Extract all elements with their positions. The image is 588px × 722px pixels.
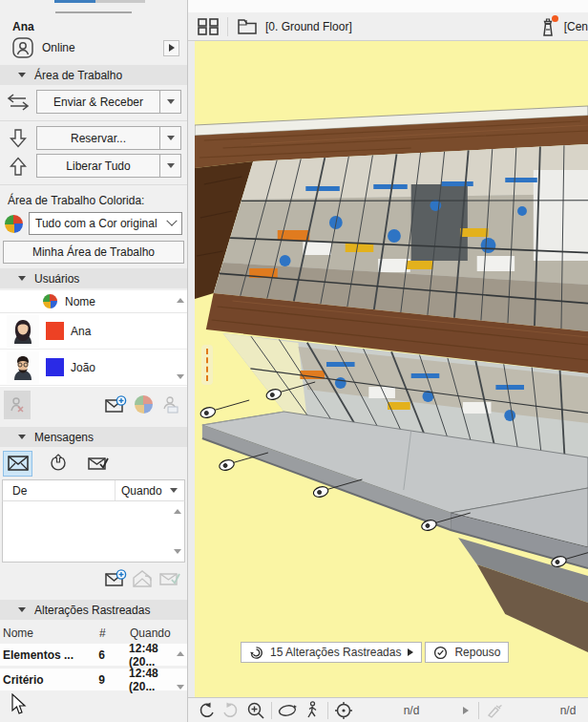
color-wheel-icon <box>43 294 57 308</box>
next-view-button[interactable] <box>219 700 243 721</box>
share-up-icon <box>49 454 68 473</box>
color-wheel-icon <box>135 395 153 414</box>
divider <box>0 120 187 121</box>
reserve-dropdown[interactable] <box>159 127 180 149</box>
collapse-triangle-icon <box>18 73 26 77</box>
3d-viewport[interactable]: 15 Alterações Rastreadas Repouso <box>188 41 588 697</box>
user-status: Online <box>42 41 156 54</box>
changes-scrollbar[interactable] <box>174 644 186 697</box>
name-column-header[interactable]: Nome <box>0 626 99 640</box>
when-column-header[interactable]: Quando <box>116 484 184 498</box>
scroll-down-icon[interactable] <box>177 374 184 379</box>
scroll-down-icon[interactable] <box>177 685 184 690</box>
right-arrow-icon <box>169 44 175 52</box>
reply-message-button[interactable] <box>130 564 157 593</box>
section-header-users[interactable]: Usuários <box>0 268 187 288</box>
change-row[interactable]: Critério 9 12:48 (20... <box>0 669 187 690</box>
messages-scrollbar[interactable] <box>171 501 183 562</box>
message-list[interactable] <box>2 501 185 563</box>
messages-toolbar <box>0 563 187 595</box>
tracked-changes-indicator[interactable]: 15 Alterações Rastreadas <box>241 642 422 663</box>
send-receive-dropdown[interactable] <box>159 91 180 113</box>
new-message-button[interactable] <box>103 564 130 593</box>
user-details-button[interactable] <box>157 391 183 419</box>
divider <box>327 702 328 719</box>
users-scrollbar[interactable] <box>174 290 186 387</box>
my-workspace-button[interactable]: Minha Área de Trabalho <box>3 241 184 264</box>
divider <box>478 702 479 719</box>
teamwork-palette: Ana Online Área de Trabalho Enviar & Rec… <box>0 0 188 722</box>
tasks-tab[interactable] <box>83 451 113 477</box>
section-header-workspace[interactable]: Área de Trabalho <box>0 65 187 85</box>
section-header-messages[interactable]: Mensagens <box>0 427 187 447</box>
view-layout-button[interactable] <box>196 16 220 37</box>
archicad-window: Ana Online Área de Trabalho Enviar & Rec… <box>0 0 588 722</box>
expand-arrow-icon[interactable] <box>463 707 469 714</box>
user-row-joao[interactable]: João <box>0 350 187 386</box>
users-section-title: Usuários <box>34 272 79 286</box>
send-receive-button[interactable]: Enviar & Receber <box>37 91 159 113</box>
notification-dot <box>552 15 558 22</box>
user-colors-button[interactable] <box>130 391 157 419</box>
user-row-name: Ana <box>71 325 91 338</box>
reserve-down-arrow-icon <box>6 127 31 150</box>
count-column-header[interactable]: # <box>99 626 130 640</box>
users-name-header[interactable]: Nome <box>65 295 95 308</box>
building-model <box>195 41 588 697</box>
active-view-tab[interactable]: [0. Ground Floor] <box>265 20 352 33</box>
scroll-down-icon[interactable] <box>174 549 181 554</box>
new-message-to-user-button[interactable] <box>103 391 130 419</box>
main-area: [0. Ground Floor] [Cen <box>188 0 588 722</box>
release-all-dropdown[interactable] <box>159 155 180 177</box>
idle-indicator[interactable]: Repouso <box>425 642 509 663</box>
walk-button[interactable] <box>300 700 325 721</box>
pen-set-field[interactable]: n/d <box>537 704 588 717</box>
users-toolbar <box>0 387 187 422</box>
messages-section-title: Mensagens <box>34 431 94 444</box>
messages-table-header: De Quando <box>2 479 185 501</box>
workspace-color-select[interactable]: Tudo com a Cor original <box>29 212 182 235</box>
status-expand-button[interactable] <box>163 40 179 56</box>
collapse-triangle-icon <box>18 607 26 612</box>
expand-arrow-icon <box>408 648 413 656</box>
sent-tab[interactable] <box>43 451 73 477</box>
user-status-icon <box>11 36 34 59</box>
user-color-swatch <box>46 358 64 376</box>
user-name: Ana <box>0 17 187 35</box>
release-up-arrow-icon <box>6 155 31 178</box>
scroll-up-icon[interactable] <box>177 651 184 656</box>
previous-view-button[interactable] <box>194 700 219 721</box>
change-row[interactable]: Elementos ... 6 12:48 (20... <box>0 644 187 666</box>
release-all-button[interactable]: Liberar Tudo <box>37 155 159 177</box>
palette-grip[interactable] <box>55 11 132 13</box>
divider <box>0 184 187 185</box>
changes-section-title: Alterações Rastreadas <box>34 604 150 617</box>
section-header-changes[interactable]: Alterações Rastreadas <box>0 600 187 620</box>
colored-workspace-label: Área de Trabalho Colorida: <box>0 186 187 209</box>
collapse-triangle-icon <box>18 276 26 281</box>
reserve-button[interactable]: Reservar... <box>37 127 159 149</box>
project-tab-icon[interactable] <box>537 16 558 37</box>
zoom-in-button[interactable] <box>243 700 268 721</box>
dropdown-arrow-icon <box>167 136 175 140</box>
window-chrome-sliver <box>188 0 588 12</box>
zoom-level-field[interactable]: n/d <box>381 704 469 717</box>
viewport-status-bar: 15 Alterações Rastreadas Repouso <box>241 642 509 663</box>
complete-message-button[interactable] <box>157 564 183 593</box>
scroll-up-icon[interactable] <box>177 298 184 303</box>
zoom-fit-button[interactable] <box>331 700 356 721</box>
avatar-joao <box>7 351 39 384</box>
scroll-up-icon[interactable] <box>174 509 181 514</box>
user-row-name: João <box>71 361 95 374</box>
secondary-view-tab[interactable]: [Cen <box>564 20 588 33</box>
user-row-ana[interactable]: Ana <box>0 313 187 350</box>
when-column-header[interactable]: Quando <box>130 626 171 640</box>
from-column-header[interactable]: De <box>3 480 116 500</box>
inbox-tab[interactable] <box>3 451 32 477</box>
remove-user-button[interactable] <box>4 391 31 419</box>
users-list: Nome Ana <box>0 290 187 387</box>
orbit-button[interactable] <box>275 700 300 721</box>
messages-tabs <box>0 449 187 478</box>
chevron-down-icon <box>166 216 177 226</box>
idle-icon <box>433 646 448 660</box>
